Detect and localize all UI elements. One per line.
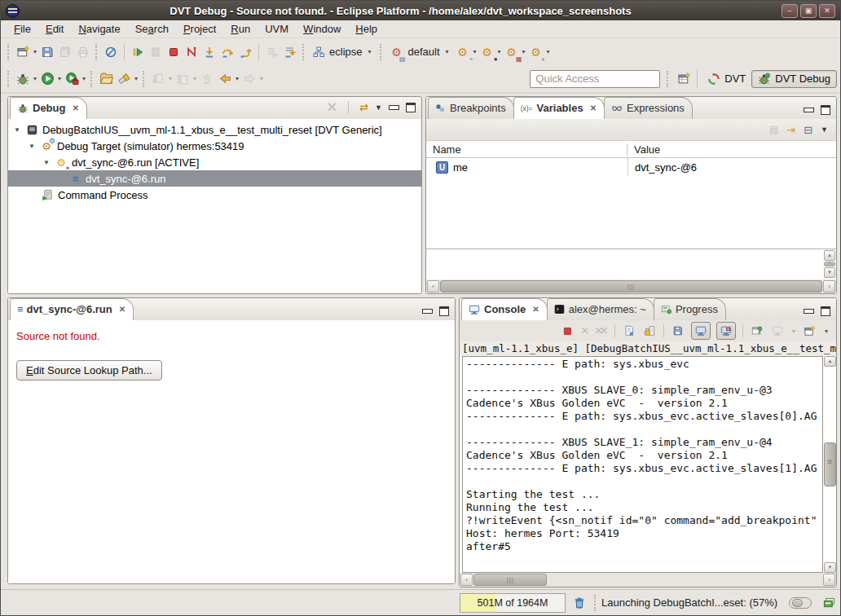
tab-variables[interactable]: (x)= Variables ✕ [513,97,605,119]
editor-maximize-icon[interactable] [439,306,449,316]
tab-terminal[interactable]: alex@hermes: ~ [547,298,654,320]
run-dropdown-icon[interactable]: ▾ [58,75,61,82]
tree-row-stack-frame[interactable]: ≡ dvt_sync-@6.run [8,170,421,187]
remove-launch-icon[interactable]: ✕ [581,325,589,337]
title-bar[interactable]: DVT Debug - Source not found. - Eclipse … [1,1,840,20]
forward-dropdown-icon[interactable]: ▾ [260,75,263,82]
tab-console-close-icon[interactable]: ✕ [532,305,539,314]
variables-minimize-icon[interactable] [804,108,814,112]
drop-to-frame-icon[interactable] [281,43,299,61]
next-annotation-icon[interactable] [149,70,167,88]
back-icon[interactable] [216,70,234,88]
scrollbar-thumb[interactable] [824,442,836,486]
expand-arrow-icon[interactable]: ▼ [42,159,51,166]
tree-row-target[interactable]: ▼ ⚙⚙ Debug Target (simulator) hermes:534… [8,138,421,154]
scroll-down-icon[interactable]: ▼ [824,267,835,278]
tab-debug[interactable]: Debug ✕ [10,97,87,119]
scroll-right-icon[interactable]: › [823,280,835,293]
logical-structure-icon[interactable]: ▤ [769,124,778,135]
display-console-dropdown-icon[interactable]: ▾ [792,328,795,335]
open-perspective-icon[interactable] [675,70,693,88]
save-icon[interactable] [38,43,56,61]
scrollbar-thumb[interactable] [824,262,835,266]
scroll-down-icon[interactable]: ▼ [824,562,836,573]
garbage-collect-trash-icon[interactable] [570,594,588,612]
last-edit-location-icon[interactable] [198,70,216,88]
menu-run[interactable]: Run [224,22,257,36]
scroll-left-icon[interactable]: ‹ [427,280,439,293]
save-all-icon[interactable] [56,43,74,61]
window-maximize-button[interactable]: ▣ [800,4,817,18]
perspective-dvt-debug-button[interactable]: DVT Debug [751,70,837,88]
variables-hscrollbar[interactable]: ‹ › [426,279,836,293]
print-icon[interactable] [74,43,92,61]
show-stdout-toggle-icon[interactable] [691,322,711,340]
remove-all-launches-icon[interactable]: ✕✕ [595,325,608,337]
scrollbar-thumb[interactable] [473,574,547,586]
variable-detail-pane[interactable]: ▲ ▼ [426,249,836,279]
column-value[interactable]: Value [627,143,660,156]
skip-all-breakpoints-icon[interactable] [102,43,120,61]
scroll-lock-icon[interactable] [642,323,657,338]
terminate-icon[interactable] [165,43,183,61]
debug-launch-icon[interactable] [14,70,32,88]
tab-debug-close-icon[interactable]: ✕ [72,103,78,112]
menu-edit[interactable]: Edit [39,22,70,36]
disconnect-icon[interactable] [183,43,200,61]
menu-file[interactable]: File [7,22,37,36]
open-console-dropdown-icon[interactable]: ▾ [825,328,828,335]
debug-dropdown-icon[interactable]: ▾ [33,75,37,82]
open-console-icon[interactable] [803,323,817,338]
menu-navigate[interactable]: Navigate [72,22,126,36]
step-return-icon[interactable] [236,43,254,61]
step-over-icon[interactable] [218,43,236,61]
console-hscrollbar[interactable]: ‹ › [460,573,836,587]
console-maximize-icon[interactable] [821,306,830,316]
tab-console[interactable]: Console ✕ [461,298,548,320]
step-filters-icon[interactable] [263,43,281,61]
back-dropdown-icon[interactable]: ▾ [236,75,239,82]
variable-row[interactable]: Ume dvt_sync-@6 [426,158,836,176]
variables-view-menu-icon[interactable]: ▼ [821,125,828,134]
tab-expressions[interactable]: Expressions [604,97,693,119]
expand-arrow-icon[interactable]: ▼ [28,143,36,150]
external-tools-icon[interactable] [63,70,81,88]
pin-console-icon[interactable] [750,323,764,338]
scrollbar-thumb[interactable] [440,280,822,293]
tab-progress[interactable]: Progress [654,298,726,320]
debug-view-menu-icon[interactable]: ▼ [375,103,382,112]
search-icon[interactable] [115,70,133,88]
tab-editor[interactable]: ≡ dvt_sync-@6.run ✕ [10,298,134,320]
perspective-dvt-button[interactable]: DVT [702,71,751,87]
window-minimize-button[interactable]: – [782,4,798,18]
default-config-combo[interactable]: ⚙▤ default▾ [386,42,454,62]
tab-editor-close-icon[interactable]: ✕ [119,305,125,314]
uvm-config-2-dropdown-icon[interactable]: ▾ [498,48,501,55]
window-close-button[interactable]: ✕ [819,4,835,18]
console-vscrollbar[interactable]: ▲ ▼ [823,356,836,573]
previous-annotation-dropdown-icon[interactable]: ▾ [193,75,196,82]
menu-project[interactable]: Project [177,22,222,36]
menu-search[interactable]: Search [129,22,175,36]
column-name[interactable]: Name [426,143,627,156]
tab-breakpoints[interactable]: Breakpoints [428,97,514,119]
eclipse-launch-combo[interactable]: eclipse▾ [309,45,376,59]
debug-maximize-icon[interactable] [406,103,416,112]
menu-uvm[interactable]: UVM [258,22,295,36]
variables-maximize-icon[interactable] [821,105,830,115]
show-progress-view-icon[interactable] [820,594,838,612]
show-stderr-toggle-icon[interactable] [716,322,736,340]
clear-console-icon[interactable] [622,323,636,338]
editor-minimize-icon[interactable] [422,309,433,314]
tab-variables-close-icon[interactable]: ✕ [590,103,597,112]
scroll-right-icon[interactable]: › [823,574,835,586]
console-output[interactable]: -------------- E path: sys.xbus_evc-----… [462,356,823,573]
menu-help[interactable]: Help [349,22,384,36]
view-layout-icon[interactable]: ⇄ [359,101,368,113]
uvm-config-3-icon[interactable]: ⚙▦ [503,43,521,61]
edit-source-lookup-path-button[interactable]: Edit Source Lookup Path... [16,360,162,381]
suspend-icon[interactable] [147,43,165,61]
display-console-icon[interactable] [770,323,785,338]
collapse-all-icon[interactable]: ⊟ [804,124,812,136]
uvm-config-1-dropdown-icon[interactable]: ▾ [473,48,477,55]
